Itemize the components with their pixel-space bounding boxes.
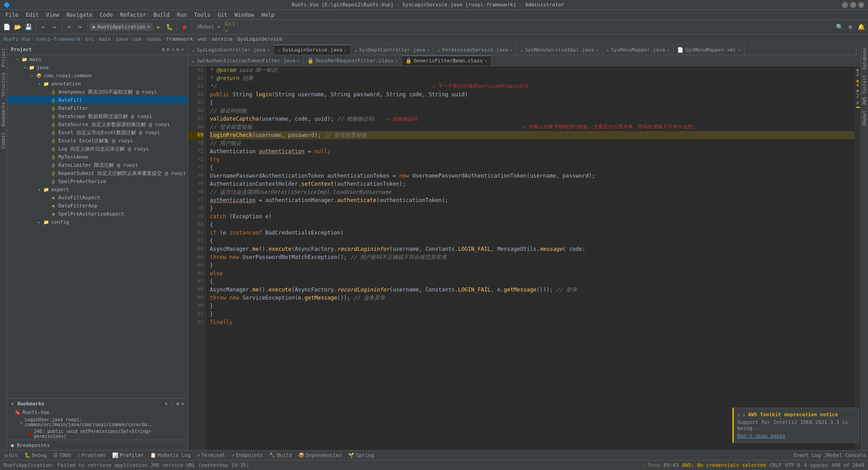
structure-vtab[interactable]: Structure <box>0 70 7 99</box>
tree-spelpreauthorize[interactable]: @ SpelPreAuthorize <box>7 177 188 185</box>
menu-file[interactable]: File <box>2 11 22 19</box>
status-encoding[interactable]: UTF-8 <box>785 462 800 468</box>
commit-vtab[interactable]: Commit <box>0 131 7 150</box>
bookmarks-vtab[interactable]: Bookmarks <box>0 100 7 128</box>
jrebel-vtab[interactable]: JRebel <box>861 108 868 128</box>
git-status[interactable]: Git: ✓ <box>227 22 237 32</box>
code-editor[interactable]: * @param uuid 唯一标识 * @return 结果 */ publi… <box>206 66 854 450</box>
aws-toolkit-vtab[interactable]: AWS Toolkit <box>861 73 868 107</box>
menu-navigate[interactable]: Navigate <box>63 11 96 19</box>
debug-tool-button[interactable]: 🐛 Debug <box>22 452 50 459</box>
tab-onceperequest[interactable]: 🔒 OncePerRequestFilter.class ✕ <box>304 56 402 66</box>
maximize-button[interactable]: ❐ <box>850 2 856 8</box>
bc-src[interactable]: src <box>85 36 94 42</box>
menu-view[interactable]: View <box>42 11 63 19</box>
project-sync-icon[interactable]: ⊞ <box>162 47 165 52</box>
build-button[interactable]: 🔨 Build <box>266 452 294 459</box>
tree-mytestanno[interactable]: @ MyTestAnno <box>7 153 188 161</box>
project-expand-icon[interactable]: ↕ <box>171 47 175 52</box>
project-close-icon[interactable]: ✕ <box>181 47 184 52</box>
menu-tools[interactable]: Tools <box>190 11 214 19</box>
bookmark-loginuser[interactable]: ☕ LoginUser.java ruoyi-common/src/main/j… <box>7 416 188 428</box>
bookmarks-header[interactable]: ▾ Bookmarks ✎ ⋮ ⚙ ✕ <box>7 399 188 409</box>
forward-button[interactable]: → <box>49 22 59 32</box>
menu-code[interactable]: Code <box>96 11 117 19</box>
search-everywhere-button[interactable]: 🔍 <box>835 22 844 32</box>
tab-close-onceperequest[interactable]: ✕ <box>395 58 398 63</box>
debug-button[interactable]: 🐛 <box>165 22 175 32</box>
tab-sysmenuserviceimpl[interactable]: ☕ SysMenuServiceImpl.java ✕ <box>517 45 603 55</box>
tree-aspect-folder[interactable]: ▾ 📁 aspect <box>7 185 188 193</box>
tab-close-jwtfilter[interactable]: ✕ <box>297 58 300 63</box>
bookmark-ruoyivue[interactable]: 🔖 RuoYi-Vue <box>7 409 188 416</box>
status-crlf[interactable]: CRLF <box>770 462 782 468</box>
dependencies-button[interactable]: 📦 Dependencies <box>296 452 344 459</box>
save-button[interactable]: 💾 <box>24 22 33 32</box>
tab-close-permissionservice[interactable]: ✕ <box>510 47 513 52</box>
notifications-button[interactable]: 🔔 <box>856 22 866 32</box>
tab-close-syslogincontroller[interactable]: ✕ <box>267 47 270 52</box>
tree-excel[interactable]: @ Excel 自定义导出Excel数据注解 @ ruoyi <box>7 128 188 136</box>
settings-button[interactable]: ⚙ <box>845 22 855 32</box>
menu-help[interactable]: Help <box>258 11 278 19</box>
close-button[interactable]: ✕ <box>858 2 864 8</box>
undo-button[interactable]: ↩ <box>64 22 74 32</box>
tab-sysdeptcontroller[interactable]: ☕ SysDeptController.java ✕ <box>351 45 434 55</box>
profiler-tool-button[interactable]: 📊 Profiler <box>109 452 146 459</box>
aws-notif-dont-show[interactable]: Don't show again <box>737 433 855 439</box>
tree-datafilter[interactable]: @ DataFilter <box>7 104 188 112</box>
tree-anonymous[interactable]: @ Anonymous 匿名访问不鉴权注解 @ ruoyi <box>7 88 188 96</box>
new-file-button[interactable]: 📄 <box>2 22 12 32</box>
tab-syslogincontroller[interactable]: ☕ SysLoginController.java ✕ <box>188 45 274 55</box>
tab-close-sysmenumapper[interactable]: ✕ <box>667 47 670 52</box>
tree-autofillaspect[interactable]: ● AutoFillAspect <box>7 193 188 202</box>
tab-sysmenumapper[interactable]: ☕ SysMenuMapper.java ✕ <box>603 45 674 55</box>
tab-sysloginservice[interactable]: ☕ SysLoginService.java ✕ <box>274 45 351 55</box>
menu-git[interactable]: Git <box>214 11 231 19</box>
bc-service[interactable]: service <box>212 36 232 42</box>
menu-run[interactable]: Run <box>173 11 190 19</box>
bookmarks-more-icon[interactable]: ⋮ <box>170 401 175 407</box>
tree-package-common[interactable]: ▾ 📦 com.ruoyi.common <box>7 71 188 80</box>
problems-tool-button[interactable]: ⚠ Problems <box>75 452 108 459</box>
back-button[interactable]: ← <box>38 22 48 32</box>
tree-autofill[interactable]: @ AutoFill <box>7 96 188 104</box>
tree-log[interactable]: @ Log 自定义操作日志记录注解 @ ruoyi <box>7 145 188 153</box>
todo-tool-button[interactable]: ☰ TODO <box>51 452 74 459</box>
tab-close-genericfilterbean[interactable]: ✕ <box>485 58 487 63</box>
menu-refactor[interactable]: Refactor <box>116 11 150 19</box>
run-config-selector[interactable]: ▶ RuoYiApplication ▾ <box>90 23 153 31</box>
bookmarks-settings-icon[interactable]: ⚙ <box>176 401 179 407</box>
tree-excels[interactable]: @ Excels Excel注解集 @ ruoyi <box>7 136 188 145</box>
tree-datascope[interactable]: @ DataScope 数据权限过滤注解 @ ruoyi <box>7 112 188 120</box>
menu-build[interactable]: Build <box>150 11 173 19</box>
minimize-button[interactable]: — <box>842 2 848 8</box>
tree-repeatsubmit[interactable]: @ RepeatSubmit 自定义注解防止表单重复提交 @ ruoyi <box>7 169 188 177</box>
tree-spelpreauthorizeaspect[interactable]: ● SpelPreAuthorizeAspect <box>7 210 188 218</box>
bc-ruoyivue[interactable]: RuoYi-Vue <box>4 36 31 42</box>
breakpoints-header[interactable]: ● Breakpoints <box>7 440 188 450</box>
redo-button[interactable]: ↪ <box>75 22 85 32</box>
database-vtab[interactable]: Database <box>861 46 868 71</box>
bc-sysloginservice[interactable]: SysLoginService <box>237 36 282 42</box>
spring-button[interactable]: 🌱 Spring <box>345 452 377 459</box>
project-settings-icon[interactable]: ⚙ <box>176 47 179 52</box>
terminal-button[interactable]: > Terminal <box>194 452 228 459</box>
tab-jwttokenfilter[interactable]: ☕ JwtAuthenticationTokenFilter.java ✕ <box>188 56 304 66</box>
run-button[interactable]: ▶ <box>154 22 164 32</box>
tab-permissionservice[interactable]: ☕ PermissionService.java ✕ <box>434 45 516 55</box>
endpoints-button[interactable]: ⚡ Endpoints <box>229 452 265 459</box>
mybatis-log-button[interactable]: 📋 MyBatis Log <box>147 452 193 459</box>
tree-ratelimiter[interactable]: @ RateLimiter 限流注解 @ ruoyi <box>7 161 188 169</box>
tab-close-sysmenuserviceimpl[interactable]: ✕ <box>596 47 599 52</box>
bookmark-setpermissions[interactable]: ● 246: public void setPermissions(Set<St… <box>7 428 188 440</box>
bc-framework[interactable]: ruoyi-framework <box>35 36 80 42</box>
bc-main[interactable]: main <box>99 36 111 42</box>
tree-main[interactable]: ▾ 📁 main <box>7 55 188 63</box>
tab-close-sysloginservice[interactable]: ✕ <box>344 47 347 52</box>
tree-datasource[interactable]: @ DataSource 自定义多数据源切换注解 @ ruoyi <box>7 120 188 128</box>
bc-ruoyi[interactable]: ruoyi <box>146 36 161 42</box>
tab-sysmenumapperxml[interactable]: 📄 SysMenuMapper.xml ✕ <box>674 45 745 55</box>
tree-java[interactable]: ▾ 📁 java <box>7 63 188 71</box>
git-tool-button[interactable]: ◎ Git <box>2 452 21 459</box>
